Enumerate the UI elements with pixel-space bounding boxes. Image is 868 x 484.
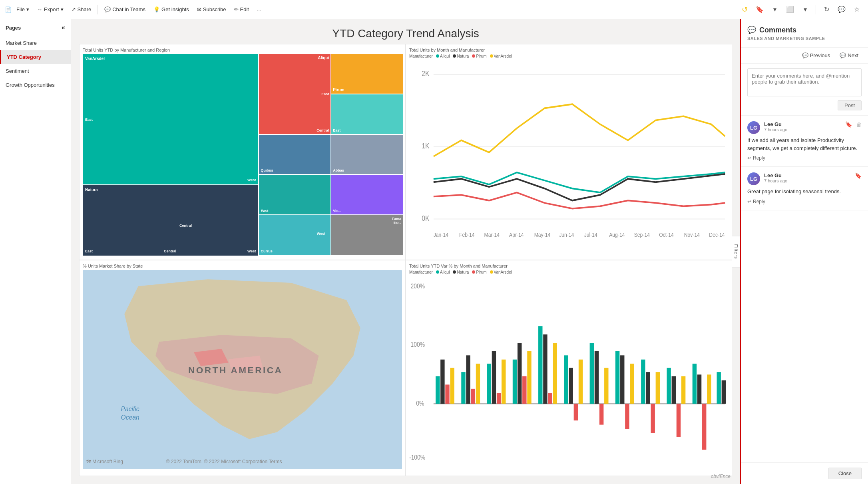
- bar-legend-vanarsdel: VanArsdel: [490, 270, 512, 274]
- next-button[interactable]: 💬 Next: [836, 51, 862, 60]
- treemap-cell-quibus[interactable]: Quibus: [259, 135, 330, 174]
- svg-text:NORTH AMERICA: NORTH AMERICA: [188, 365, 283, 375]
- treemap-cell-fama[interactable]: FamaBar...: [331, 215, 403, 255]
- legend-pirum: Pirum: [472, 54, 486, 58]
- bar-chart: Total Units YTD Var % by Month and Manuf…: [406, 260, 732, 476]
- bookmark-button[interactable]: 🔖: [753, 3, 766, 16]
- watermark: obviEnce: [711, 474, 731, 479]
- bar-legend-manufacturer: Manufacturer: [409, 270, 433, 274]
- refresh-button[interactable]: ↻: [820, 3, 833, 16]
- svg-rect-67: [677, 404, 681, 437]
- comment-button[interactable]: 💬: [835, 3, 848, 16]
- insights-icon: 💡: [153, 6, 160, 12]
- comment-item-1: LG Lee Gu 7 hours ago 🔖 🗑 If we add all …: [741, 116, 868, 167]
- comment-author-1: Lee Gu: [764, 121, 841, 127]
- favorite-button[interactable]: ☆: [850, 3, 863, 16]
- reply-icon-2: ↩: [747, 199, 751, 204]
- treemap-cell-vanarsdel[interactable]: VanArsdel East West: [83, 54, 258, 184]
- post-button[interactable]: Post: [838, 100, 862, 110]
- export-chevron-icon: ▾: [61, 6, 64, 12]
- svg-rect-68: [681, 376, 685, 404]
- svg-text:Nov-14: Nov-14: [684, 232, 700, 238]
- file-chevron-icon: ▾: [26, 6, 29, 12]
- svg-text:May-14: May-14: [534, 232, 550, 238]
- sidebar: Pages « Market Share YTD Category Sentim…: [0, 19, 71, 484]
- edit-button[interactable]: ✏ Edit: [231, 5, 252, 14]
- svg-text:0%: 0%: [416, 399, 424, 406]
- comment-top-1: LG Lee Gu 7 hours ago 🔖 🗑: [747, 121, 862, 134]
- treemap-cell-vic[interactable]: Vic...: [331, 175, 403, 214]
- comment-reply-2[interactable]: ↩ Reply: [747, 199, 862, 204]
- comments-header: 💬 Comments SALES AND MARKETING SAMPLE: [741, 19, 868, 48]
- comment-reply-1[interactable]: ↩ Reply: [747, 155, 862, 161]
- treemap-cell-east2[interactable]: East: [259, 175, 330, 214]
- subscribe-button[interactable]: ✉ Subscribe: [194, 5, 229, 14]
- more-button[interactable]: ...: [254, 5, 265, 14]
- view-chevron[interactable]: ▾: [799, 3, 812, 16]
- comment-input[interactable]: [747, 68, 862, 96]
- comment-avatar-2: LG: [747, 172, 760, 185]
- subscribe-label: Subscribe: [203, 6, 226, 12]
- svg-rect-53: [590, 343, 594, 404]
- undo-button[interactable]: ↺: [738, 3, 751, 16]
- more-label: ...: [257, 6, 261, 12]
- svg-rect-64: [656, 372, 660, 404]
- toolbar: 📄 File ▾ ↔ Export ▾ ↗ Share 💬 Chat in Te…: [0, 0, 868, 19]
- previous-button[interactable]: 💬 Previous: [799, 51, 834, 60]
- svg-rect-65: [667, 368, 671, 404]
- treemap-cell-aliqui[interactable]: Aliqui East Central: [259, 54, 330, 134]
- svg-rect-66: [672, 376, 676, 404]
- svg-rect-39: [497, 393, 501, 404]
- svg-rect-33: [461, 372, 465, 404]
- svg-rect-43: [522, 376, 526, 404]
- chat-teams-button[interactable]: 💬 Chat in Teams: [101, 5, 149, 14]
- charts-grid: Total Units YTD by Manufacturer and Regi…: [71, 44, 740, 484]
- view-button[interactable]: ⬜: [784, 3, 796, 16]
- treemap-cell-natura[interactable]: Natura EastCentralWest: [83, 185, 258, 256]
- bar-title: Total Units YTD Var % by Month and Manuf…: [409, 264, 729, 268]
- comment-author-2: Lee Gu: [764, 172, 851, 178]
- svg-text:2K: 2K: [422, 70, 430, 78]
- treemap-cell-abbas[interactable]: Abbas: [331, 135, 403, 174]
- file-menu[interactable]: File ▾: [13, 5, 32, 14]
- svg-rect-48: [553, 343, 557, 404]
- comment-delete-1[interactable]: 🗑: [856, 121, 862, 128]
- share-label: Share: [78, 6, 92, 12]
- filters-tab[interactable]: Filters: [732, 236, 740, 268]
- sidebar-item-ytd-category[interactable]: YTD Category: [0, 50, 71, 64]
- bar-legend: Manufacturer Aliqui Natura Pirum VanArsd…: [409, 270, 729, 274]
- comments-icon: 💬: [747, 26, 756, 34]
- sidebar-item-sentiment[interactable]: Sentiment: [0, 64, 71, 78]
- svg-text:© 2022 TomTom, © 2022 Microsof: © 2022 TomTom, © 2022 Microsoft Corporat…: [166, 459, 282, 464]
- bar-legend-pirum: Pirum: [472, 270, 486, 274]
- svg-text:Dec-14: Dec-14: [709, 232, 725, 238]
- export-label: Export: [44, 6, 59, 12]
- svg-rect-36: [476, 364, 480, 404]
- share-button[interactable]: ↗ Share: [68, 5, 95, 14]
- svg-text:🗺 Microsoft Bing: 🗺 Microsoft Bing: [86, 459, 123, 464]
- treemap-cell-east[interactable]: East: [331, 94, 403, 134]
- toolbar-separator-1: [98, 5, 98, 14]
- svg-text:Oct-14: Oct-14: [659, 232, 673, 238]
- sidebar-item-growth-opportunities[interactable]: Growth Opportunities: [0, 78, 71, 92]
- share-icon: ↗: [72, 6, 76, 12]
- comment-top-2: LG Lee Gu 7 hours ago 🔖: [747, 172, 862, 185]
- comment-bookmark-2[interactable]: 🔖: [855, 172, 862, 179]
- export-menu[interactable]: ↔ Export ▾: [34, 5, 67, 14]
- svg-text:Jan-14: Jan-14: [434, 232, 448, 238]
- svg-text:200%: 200%: [410, 282, 425, 290]
- teams-icon: 💬: [104, 6, 111, 12]
- svg-rect-40: [502, 360, 506, 404]
- bookmark-chevron[interactable]: ▾: [768, 3, 781, 16]
- svg-rect-61: [641, 360, 645, 404]
- sidebar-item-market-share[interactable]: Market Share: [0, 36, 71, 50]
- sidebar-collapse-icon[interactable]: «: [62, 24, 65, 31]
- get-insights-button[interactable]: 💡 Get insights: [150, 5, 192, 14]
- svg-text:Apr-14: Apr-14: [509, 232, 524, 238]
- svg-text:1K: 1K: [422, 142, 430, 150]
- close-button[interactable]: Close: [828, 468, 862, 479]
- svg-rect-29: [436, 376, 440, 404]
- treemap-cell-pirum[interactable]: Pirum: [331, 54, 403, 94]
- comment-bookmark-1[interactable]: 🔖: [845, 121, 852, 128]
- svg-rect-50: [569, 368, 573, 404]
